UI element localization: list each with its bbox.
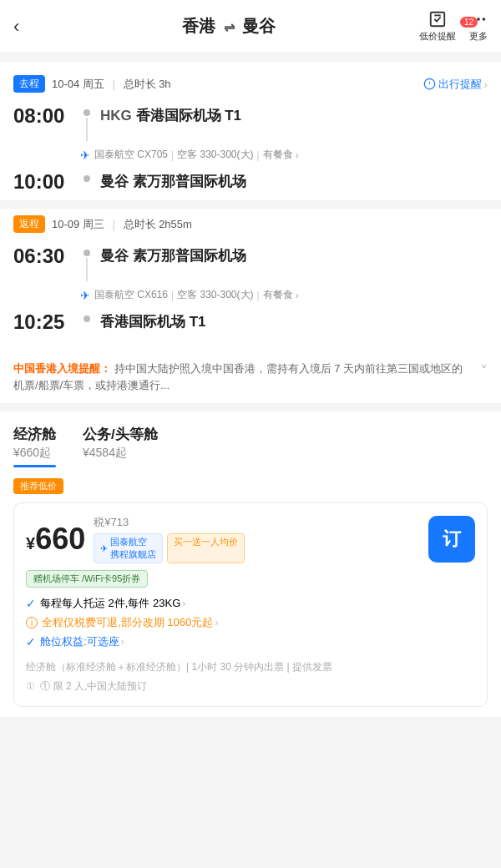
outbound-departure-time: 08:00: [13, 104, 80, 128]
feature-refund: i 全程仅税费可退,部分改期 1060元起 ›: [26, 615, 475, 630]
flight-card: 去程 10-04 周五 | 总时长 3h 出行提醒 › 08:00 HKG 香港…: [0, 62, 501, 351]
return-departure-airport: 曼谷 素万那普国际机场: [100, 245, 246, 265]
notice-text: 中国香港入境提醒： 持中国大陆护照入境中国香港，需持有入境后 7 天内前往第三国…: [13, 361, 473, 393]
return-date: 10-09 周三: [52, 218, 104, 230]
warn-icon-refund: i: [26, 617, 38, 628]
feature-refund-arrow: ›: [215, 617, 218, 628]
return-departure-time: 06:30: [13, 245, 80, 268]
return-info: 10-09 周三 | 总时长 2h55m: [52, 217, 488, 232]
return-flight-detail: ✈ 国泰航空 CX616 | 空客 330-300(大) | 有餐食 ›: [80, 288, 488, 302]
plane-icon-outbound: ✈: [80, 149, 90, 162]
return-meal: 有餐食: [263, 288, 293, 302]
price-footer-desc: 经济舱（标准经济舱＋标准经济舱）| 1小时 30 分钟内出票 | 提供发票: [26, 659, 475, 675]
outbound-info: 10-04 周五 | 总时长 3h: [52, 77, 423, 92]
return-arrival-time: 10:25: [13, 310, 80, 334]
notice-expand-button[interactable]: ˅: [480, 362, 488, 381]
check-icon-baggage: ✓: [26, 597, 36, 610]
price-footer-note: ① ① 限 2 人,中国大陆预订: [26, 679, 475, 694]
destination-city: 曼谷: [242, 17, 276, 35]
flight-line-outbound: [84, 109, 90, 143]
tab-economy-name: 经济舱: [13, 425, 56, 444]
return-duration: 总时长 2h55m: [124, 218, 192, 230]
return-departure-row: 06:30 曼谷 素万那普国际机场: [13, 245, 488, 283]
travel-reminder-button[interactable]: 出行提醒 ›: [423, 77, 488, 92]
return-airline: 国泰航空 CX616: [94, 288, 168, 302]
outbound-departure-row: 08:00 HKG 香港国际机场 T1: [13, 104, 488, 143]
tab-business-price: ¥4584起: [83, 446, 158, 461]
flight-line-return: [84, 250, 90, 283]
more-button[interactable]: 更多 12: [469, 10, 488, 43]
return-tag: 返程: [13, 215, 45, 233]
airline-tag: ✈ 国泰航空携程旗舰店: [94, 533, 163, 563]
price-main-row: ¥660 税¥713 ✈ 国泰航空携程旗舰店 买一送一人均价: [26, 515, 475, 563]
gift-tag: 赠机场停车 /WiFi卡95折券: [26, 570, 148, 588]
price-tax: 税¥713: [94, 515, 245, 530]
flight-line-return2: [84, 315, 90, 322]
price-card: ¥660 税¥713 ✈ 国泰航空携程旗舰店 买一送一人均价: [13, 502, 488, 707]
feature-seat-arrow: ›: [121, 636, 124, 648]
feature-list: ✓ 每程每人托运 2件,每件 23KG › i 全程仅税费可退,部分改期 106…: [26, 596, 475, 649]
pricing-section: 经济舱 ¥660起 公务/头等舱 ¥4584起 推荐低价 ¥660 税: [0, 411, 501, 717]
price-number: 660: [35, 522, 85, 556]
outbound-plane: 空客 330-300(大): [177, 148, 253, 162]
flight-separator: [0, 200, 501, 209]
footer-info-icon: ①: [26, 680, 35, 692]
price-amount: ¥660: [26, 522, 85, 556]
more-label: 更多: [469, 30, 488, 43]
promo-tag: 买一送一人均价: [167, 533, 245, 563]
outbound-date: 10-04 周五: [52, 78, 104, 90]
outbound-duration: 总时长 3h: [124, 78, 171, 90]
recommend-badge: 推荐低价: [13, 478, 63, 494]
feature-baggage-arrow: ›: [182, 598, 185, 609]
svg-point-4: [483, 18, 486, 21]
header: ‹ 香港 ⇌ 曼谷 低价提醒 更多 12: [0, 0, 501, 53]
return-arrival-row: 10:25 香港国际机场 T1: [13, 310, 488, 334]
tab-business-name: 公务/头等舱: [83, 425, 158, 444]
airline-tag-text: 国泰航空携程旗舰店: [110, 536, 156, 561]
check-icon-seat: ✓: [26, 635, 36, 648]
price-alert-button[interactable]: 低价提醒: [419, 10, 456, 43]
outbound-airline: 国泰航空 CX705: [94, 148, 168, 162]
header-actions: 低价提醒 更多 12: [419, 10, 488, 43]
back-button[interactable]: ‹: [13, 16, 38, 38]
switch-icon: ⇌: [224, 20, 238, 34]
outbound-meal: 有餐食: [263, 148, 293, 162]
return-arrival-airport: 香港国际机场 T1: [100, 310, 206, 331]
origin-city: 香港: [182, 17, 215, 35]
price-footer: 经济舱（标准经济舱＋标准经济舱）| 1小时 30 分钟内出票 | 提供发票 ① …: [26, 659, 475, 694]
price-amount-block: ¥660: [26, 522, 85, 557]
price-list: 推荐低价 ¥660 税¥713 ✈ 国泰航空携程旗舰店: [0, 467, 501, 717]
plane-icon-return: ✈: [80, 289, 90, 302]
book-button[interactable]: 订: [428, 516, 475, 563]
footer-note-text: ① 限 2 人,中国大陆预订: [40, 680, 147, 692]
price-currency: ¥: [26, 534, 35, 553]
outbound-arrival-row: 10:00 曼谷 素万那普国际机场: [13, 170, 488, 194]
outbound-tag: 去程: [13, 75, 45, 93]
airline-tag-plane-icon: ✈: [100, 543, 108, 554]
reminder-label: 出行提醒: [438, 77, 482, 92]
outbound-flight-detail: ✈ 国泰航空 CX705 | 空客 330-300(大) | 有餐食 ›: [80, 148, 488, 162]
price-left: ¥660 税¥713 ✈ 国泰航空携程旗舰店 买一送一人均价: [26, 515, 245, 563]
tab-economy-price: ¥660起: [13, 446, 56, 461]
return-plane: 空客 330-300(大): [177, 288, 253, 302]
outbound-header: 去程 10-04 周五 | 总时长 3h 出行提醒 ›: [13, 75, 488, 93]
header-title: 香港 ⇌ 曼谷: [38, 15, 419, 38]
feature-baggage: ✓ 每程每人托运 2件,每件 23KG ›: [26, 596, 475, 611]
tab-business[interactable]: 公务/头等舱 ¥4584起: [83, 425, 158, 467]
return-header: 返程 10-09 周三 | 总时长 2h55m: [13, 215, 488, 233]
outbound-arrival-airport: 曼谷 素万那普国际机场: [100, 170, 246, 191]
feature-refund-text: 全程仅税费可退,部分改期 1060元起: [42, 615, 213, 630]
tab-business-underline: [83, 465, 158, 467]
feature-baggage-text: 每程每人托运 2件,每件 23KG: [40, 596, 180, 611]
tab-economy[interactable]: 经济舱 ¥660起: [13, 425, 56, 467]
outbound-departure-airport: HKG 香港国际机场 T1: [100, 104, 241, 125]
notification-badge: 12: [460, 17, 478, 28]
detail-arrow: ›: [296, 149, 299, 161]
feature-seat: ✓ 舱位权益:可选座 ›: [26, 634, 475, 649]
notice-bar: 中国香港入境提醒： 持中国大陆护照入境中国香港，需持有入境后 7 天内前往第三国…: [0, 351, 501, 403]
tab-economy-underline: [13, 465, 56, 467]
flight-line-outbound2: [84, 175, 90, 182]
price-alert-label: 低价提醒: [419, 30, 456, 43]
price-alert-icon: [428, 10, 447, 28]
pricing-tabs: 经济舱 ¥660起 公务/头等舱 ¥4584起: [0, 411, 501, 467]
